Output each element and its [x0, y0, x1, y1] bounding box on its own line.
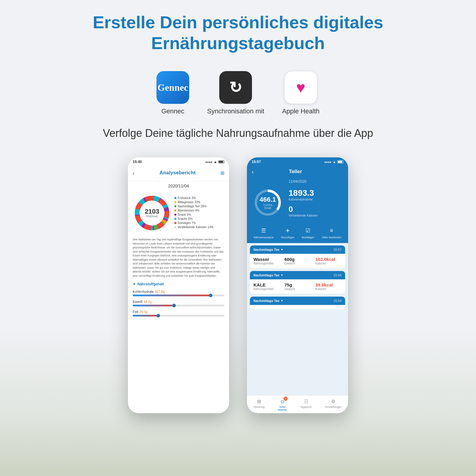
phone2-back-button[interactable]: ‹: [252, 168, 254, 175]
meal-badge-1[interactable]: Nachmittags Tee ▼: [253, 248, 283, 251]
meal-card-2: Nachmittags Tee ▼ 15:56 KALE Nahrungsmit…: [250, 271, 345, 294]
phone1-time: 15:40: [133, 160, 142, 164]
food-weight-label-1: Gewicht: [284, 262, 311, 265]
legend-label-2: Mittagessen 33%: [178, 201, 201, 204]
meal-type-1: Nachmittags Tee: [253, 248, 279, 251]
gennec-app-icon: Gennec: [156, 71, 189, 104]
action-confirm[interactable]: ☑ Bestätigen: [302, 226, 314, 239]
action-add[interactable]: + Hinzufügen: [281, 226, 295, 239]
intake-value: 1893.3: [289, 188, 342, 198]
legend-item: Snacks 6%: [174, 217, 224, 220]
edit-label: Teller bearbeiten: [322, 236, 342, 239]
legend-item: Snack 5%: [174, 213, 224, 216]
legend-dot-3: [174, 205, 176, 207]
phone1-chart-section: 2103 RNI(Kcal) Frühstück 3% Mittagessen …: [128, 191, 229, 235]
meal-card-2-body: KALE Nahrungsmittel 75g Gewicht 39.8kcal…: [250, 279, 345, 294]
nutrition-row-fat: Fett 25.3g: [128, 308, 229, 318]
food-col-calories-1: 102.0kcal Kalorien: [315, 257, 342, 265]
health-label: Apple Health: [282, 107, 320, 115]
remaining-value: 0: [289, 205, 342, 214]
action-nahrwert[interactable]: ☰ Nährwertanalyse: [253, 226, 274, 239]
legend-dot-8: [174, 226, 176, 228]
phone2-time: 15:57: [252, 160, 261, 164]
gennec-label: Gennec: [161, 107, 184, 115]
battery-icon: [218, 160, 224, 163]
legend-label-5: Snack 5%: [178, 213, 191, 216]
phone2-title: Teller: [284, 167, 307, 176]
phone1-back-button[interactable]: ‹: [133, 170, 135, 176]
current-kcal-value: 466.1: [259, 196, 276, 203]
phones-container: 15:40 ●●●● ▲ ‹ Analysebericht ⊞ 2020/11/…: [128, 157, 348, 413]
health-app-icon: ♥: [284, 71, 317, 104]
nutrition-row-protein: Eiweiß 44.7g: [128, 298, 229, 308]
legend-label-7: Sonstiges 7%: [178, 221, 196, 225]
food-calories-1: 102.0kcal: [315, 257, 342, 262]
legend-dot-2: [174, 201, 176, 203]
bottom-nav-teller[interactable]: ⊙ Teller: [278, 398, 287, 410]
edit-icon: ≡: [327, 226, 336, 235]
food-name-1: Wasser: [253, 257, 280, 262]
nutrition-value-protein: 44.7g: [143, 300, 152, 303]
phone2-wifi-icon: ▲: [333, 160, 336, 164]
phone2-date: 11/04/2020: [247, 178, 348, 185]
legend-item: Abendessen 4%: [174, 209, 224, 212]
legend-item: Verbleibende Kalorien 14%: [174, 226, 224, 229]
main-content: Erstelle Dein persönliches digitales Ern…: [0, 0, 476, 413]
intake-label: Kalorienaufnahme: [289, 198, 342, 201]
progress-thumb-protein: [172, 304, 176, 307]
progress-fill-protein: [133, 305, 174, 306]
legend-dot-4: [174, 209, 176, 212]
legend-item: Nachmittags Tee 28%: [174, 205, 224, 208]
action-edit[interactable]: ≡ Teller bearbeiten: [322, 226, 342, 239]
meal-badge-3[interactable]: Nachmittags Tee ▼: [253, 299, 283, 303]
food-type-2: Nahrungsmittel: [253, 287, 280, 291]
einstellungen-icon: ⚙: [330, 398, 337, 405]
circle-progress: 466.1 Current (Kcal): [253, 188, 283, 217]
einstellungen-label: Einstellungen: [325, 405, 341, 408]
phone2-battery-icon: [337, 160, 343, 163]
phone2-nav: ‹ Teller: [247, 165, 348, 178]
food-col-name-1: Wasser Nahrungsmittel: [253, 257, 280, 265]
meal-type-2: Nachmittags Tee: [253, 273, 279, 277]
messung-icon: ⊞: [256, 398, 263, 405]
progress-bar-protein: [133, 305, 224, 306]
bottom-nav-tagebuch[interactable]: ☷ Tagebuch: [300, 398, 312, 410]
add-icon: +: [284, 226, 292, 235]
progress-thumb-carbs: [209, 294, 212, 297]
phone1-nav: ‹ Analysebericht ⊞: [128, 165, 229, 181]
legend-item: Sonstiges 7%: [174, 221, 224, 225]
chart-legend: Frühstück 3% Mittagessen 33% Nachmittags…: [174, 196, 224, 230]
legend-item: Mittagessen 33%: [174, 201, 224, 204]
legend-label-3: Nachmittags Tee 28%: [178, 205, 206, 208]
add-label: Hinzufügen: [281, 236, 295, 239]
food-weight-1: 600g: [284, 257, 311, 262]
dropdown-arrow-1: ▼: [281, 248, 283, 251]
phone1-date: 2020/11/04: [128, 181, 229, 191]
nutrition-value-carbs: 367.8g: [155, 290, 165, 293]
nahrwert-icon: ☰: [259, 226, 268, 235]
heart-icon: ♥: [296, 79, 306, 96]
meal-card-3: Nachmittags Tee ▼ 15:54: [250, 297, 345, 309]
donut-chart: 2103 RNI(Kcal): [133, 194, 171, 232]
phone2-status-bar: 15:57 ●●●● ▲: [247, 157, 348, 165]
bottom-nav-messung[interactable]: ⊞ Messung: [254, 398, 265, 410]
bottom-nav-einstellungen[interactable]: ⚙ Einstellungen: [325, 398, 341, 410]
confirm-label: Bestätigen: [302, 236, 314, 239]
donut-unit: RNI(Kcal): [145, 215, 159, 218]
progress-fill-fat: [133, 315, 158, 317]
phone2-circular-section: 466.1 Current (Kcal) 1893.3 Kalorienaufn…: [247, 185, 348, 223]
nutrition-title: Nährstoffgehalt: [137, 282, 164, 286]
food-weight-label-2: Gewicht: [284, 287, 311, 291]
meal-time-3: 15:54: [333, 299, 342, 303]
food-col-weight-1: 600g Gewicht: [284, 257, 311, 265]
meal-badge-2[interactable]: Nachmittags Tee ▼: [253, 273, 283, 277]
teller-icon: ⊙: [279, 398, 286, 405]
phone2-bottom-nav: ⊞ Messung ⊙ Teller ☷ Tagebuch ⚙ Einstell…: [247, 395, 348, 413]
meal-card-1-header: Nachmittags Tee ▼ 15:57: [250, 245, 345, 254]
phone1-share-button[interactable]: ⊞: [220, 170, 224, 176]
meal-card-1-body: Wasser Nahrungsmittel 600g Gewicht 102.0…: [250, 254, 345, 268]
subtitle: Verfolge Deine tägliche Nahrungsaufnahme…: [103, 127, 373, 140]
teller-underline: [278, 410, 287, 410]
messung-label: Messung: [254, 405, 265, 408]
sync-icon: ↻: [229, 79, 242, 96]
